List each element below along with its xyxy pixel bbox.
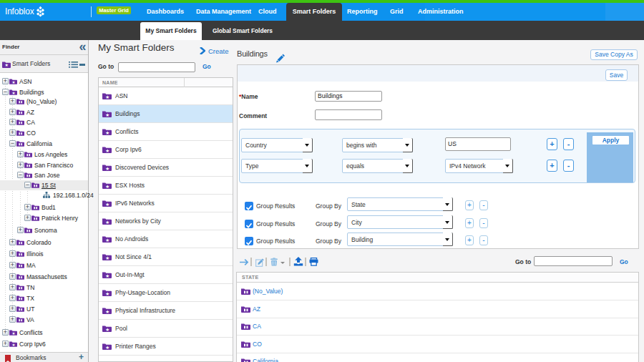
svg-text:★: ★	[105, 255, 109, 260]
svg-text:★: ★	[105, 166, 109, 171]
svg-text:★: ★	[105, 273, 109, 278]
svg-text:★: ★	[105, 238, 109, 243]
svg-text:★: ★	[105, 202, 109, 207]
svg-text:★: ★	[105, 309, 109, 314]
svg-text:★: ★	[105, 112, 109, 117]
svg-text:★: ★	[12, 342, 16, 346]
svg-text:★: ★	[12, 90, 16, 94]
svg-text:★: ★	[12, 80, 16, 84]
svg-text:★: ★	[12, 331, 16, 336]
svg-text:★: ★	[105, 220, 109, 225]
svg-text:★: ★	[105, 345, 109, 350]
svg-text:★: ★	[105, 184, 109, 189]
svg-text:★: ★	[105, 327, 109, 332]
svg-text:★: ★	[5, 63, 9, 67]
svg-text:★: ★	[105, 148, 109, 153]
svg-text:★: ★	[105, 291, 109, 296]
svg-text:★: ★	[105, 94, 109, 99]
svg-text:★: ★	[105, 130, 109, 135]
